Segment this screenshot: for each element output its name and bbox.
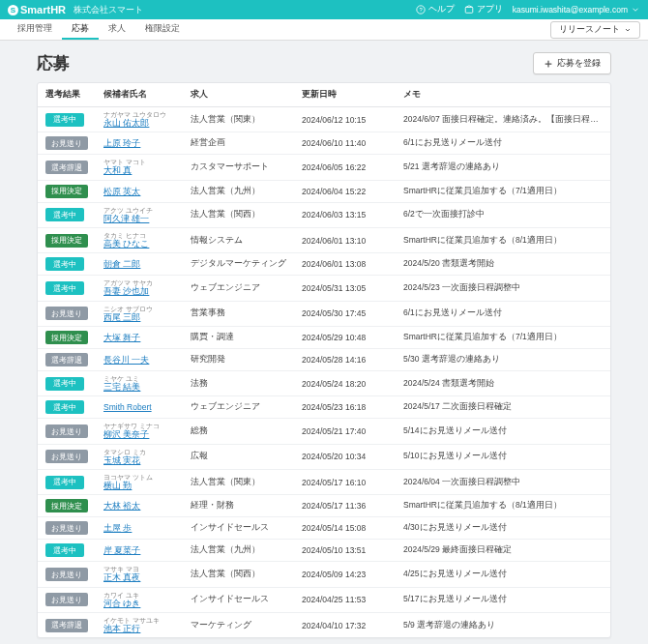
status-badge: 選考中 xyxy=(45,281,84,295)
candidate-link[interactable]: 横山 勤 xyxy=(103,482,132,490)
table-row[interactable]: 選考辞退ヤマト マコト大和 真カスタマーサポート2024/06/05 16:22… xyxy=(38,155,610,180)
table-row[interactable]: 選考辞退イケモト マサユキ池本 正行マーケティング2024/04/10 17:3… xyxy=(38,613,610,638)
job-cell: 法人営業（九州） xyxy=(183,180,294,202)
global-header: S SmartHR 株式会社スマート ? ヘルプ アプリ kasumi.iwas… xyxy=(0,0,648,19)
memo-cell: 6/1にお見送りメール送付 xyxy=(396,301,610,326)
table-row[interactable]: お見送り上原 玲子経営企画2024/06/10 11:406/1にお見送りメール… xyxy=(38,132,610,155)
candidate-link[interactable]: 柳沢 美奈子 xyxy=(103,430,149,439)
apps-link[interactable]: アプリ xyxy=(464,4,503,15)
job-cell: 総務 xyxy=(183,419,294,444)
memo-cell: SmartHRに従業員追加する（7/1適用日） xyxy=(396,180,610,202)
candidate-link[interactable]: 河合 ゆき xyxy=(103,600,140,608)
table-row[interactable]: 選考中岸 夏菜子法人営業（九州）2024/05/10 13:512024/5/2… xyxy=(38,540,610,562)
candidate-kana: タマシロ ミカ xyxy=(103,449,175,455)
candidate-link[interactable]: 上原 玲子 xyxy=(103,139,140,148)
status-badge: 選考中 xyxy=(45,400,84,414)
candidate-link[interactable]: Smith Robert xyxy=(103,403,152,412)
candidate-link[interactable]: 朝倉 二郎 xyxy=(103,260,140,269)
memo-cell: 5/21 選考辞退の連絡あり xyxy=(396,155,610,180)
candidate-link[interactable]: 大塚 舞子 xyxy=(103,334,140,342)
col-job[interactable]: 求人 xyxy=(183,83,294,107)
tab-0[interactable]: 採用管理 xyxy=(8,19,62,40)
apps-label: アプリ xyxy=(477,4,503,15)
job-cell: 法人営業（関西） xyxy=(183,562,294,587)
col-memo[interactable]: メモ xyxy=(396,83,610,107)
table-row[interactable]: 採用決定タカミ ヒナコ高美 ひなこ情報システム2024/06/01 13:10S… xyxy=(38,228,610,253)
candidate-link[interactable]: 大林 裕太 xyxy=(103,502,140,511)
svg-text:?: ? xyxy=(419,7,423,13)
candidate-link[interactable]: 正木 真夜 xyxy=(103,573,140,582)
status-badge: 採用決定 xyxy=(45,331,88,344)
candidate-link[interactable]: 永山 佑太郎 xyxy=(103,119,149,128)
tab-3[interactable]: 権限設定 xyxy=(135,19,190,40)
candidate-link[interactable]: 西尾 三郎 xyxy=(103,313,140,322)
tab-2[interactable]: 求人 xyxy=(99,19,135,40)
table-row[interactable]: お見送りマサキ マヨ正木 真夜法人営業（関西）2024/05/09 14:234… xyxy=(38,562,610,587)
memo-cell: SmartHRに従業員追加する（7/1適用日） xyxy=(396,327,610,349)
help-link[interactable]: ? ヘルプ xyxy=(416,4,455,15)
candidate-link[interactable]: 池本 正行 xyxy=(103,625,140,633)
table-row[interactable]: 選考中ヨコヤマ ツトム横山 勤法人営業（関東）2024/05/17 16:102… xyxy=(38,470,610,495)
table-row[interactable]: 選考中アガツマ サヤカ吾妻 沙也加ウェブエンジニア2024/05/31 13:0… xyxy=(38,276,610,301)
job-cell: インサイドセールス xyxy=(183,517,294,540)
updated-cell: 2024/05/23 16:18 xyxy=(294,396,396,419)
table-row[interactable]: 選考中朝倉 二郎デジタルマーケティング2024/06/01 13:082024/… xyxy=(38,253,610,276)
updated-cell: 2024/05/29 10:48 xyxy=(294,327,396,349)
table-row[interactable]: お見送りヤナギサワ ミナコ柳沢 美奈子総務2024/05/21 17:405/1… xyxy=(38,419,610,444)
updated-cell: 2024/06/01 13:10 xyxy=(294,228,396,253)
candidate-link[interactable]: 玉城 実花 xyxy=(103,456,140,465)
candidate-kana: マサキ マヨ xyxy=(103,566,175,572)
updated-cell: 2024/05/21 17:40 xyxy=(294,419,396,444)
memo-cell: 5/14にお見送りメール送付 xyxy=(396,419,610,444)
candidate-kana: ヤマト マコト xyxy=(103,159,175,165)
memo-cell: 5/17にお見送りメール送付 xyxy=(396,587,610,612)
table-row[interactable]: 選考中アクツ ユウイチ阿久津 雄一法人営業（関西）2024/06/03 13:1… xyxy=(38,202,610,227)
candidate-link[interactable]: 吾妻 沙也加 xyxy=(103,287,149,296)
job-cell: デジタルマーケティング xyxy=(183,253,294,276)
table-row[interactable]: 選考中Smith Robertウェブエンジニア2024/05/23 16:182… xyxy=(38,396,610,419)
candidate-link[interactable]: 岸 夏菜子 xyxy=(103,546,140,555)
candidate-link[interactable]: 大和 真 xyxy=(103,166,132,175)
tab-1[interactable]: 応募 xyxy=(62,19,99,40)
candidate-link[interactable]: 土屋 歩 xyxy=(103,524,132,533)
memo-cell: 2024/6/04 一次面接日程調整中 xyxy=(396,470,610,495)
table-header-row: 選考結果 候補者氏名 求人 更新日時 メモ xyxy=(38,83,610,107)
candidate-kana: ニシオ サブロウ xyxy=(103,306,175,312)
status-badge: 選考中 xyxy=(45,257,84,271)
updated-cell: 2024/05/28 14:16 xyxy=(294,349,396,371)
plus-icon xyxy=(544,59,553,69)
table-row[interactable]: お見送りニシオ サブロウ西尾 三郎営業事務2024/05/30 17:456/1… xyxy=(38,301,610,326)
memo-cell: 5/9 選考辞退の連絡あり xyxy=(396,613,610,638)
table-row[interactable]: 採用決定松原 英太法人営業（九州）2024/06/04 15:22SmartHR… xyxy=(38,180,610,202)
table-row[interactable]: 採用決定大林 裕太経理・財務2024/05/17 11:36SmartHRに従業… xyxy=(38,495,610,517)
table-row[interactable]: お見送りカワイ ユキ河合 ゆきインサイドセールス2024/04/25 11:53… xyxy=(38,587,610,612)
register-application-button[interactable]: 応募を登録 xyxy=(533,52,611,74)
table-row[interactable]: 選考辞退長谷川 一夫研究開発2024/05/28 14:165/30 選考辞退の… xyxy=(38,349,610,371)
updated-cell: 2024/05/17 11:36 xyxy=(294,495,396,517)
candidate-link[interactable]: 阿久津 雄一 xyxy=(103,215,149,223)
release-notes-button[interactable]: リリースノート xyxy=(550,21,640,39)
table-row[interactable]: 選考中ミヤケ ユミ三宅 結美法務2024/05/24 18:202024/5/2… xyxy=(38,371,610,396)
status-badge: 選考中 xyxy=(45,377,84,391)
status-badge: 選考中 xyxy=(45,543,84,557)
status-badge: 選考辞退 xyxy=(45,353,88,366)
status-badge: 選考中 xyxy=(45,476,84,489)
product-logo[interactable]: S SmartHR xyxy=(8,4,66,15)
candidate-link[interactable]: 松原 英太 xyxy=(103,188,140,196)
table-row[interactable]: お見送り土屋 歩インサイドセールス2024/05/14 15:084/30にお見… xyxy=(38,517,610,540)
help-icon: ? xyxy=(416,5,426,15)
candidate-link[interactable]: 三宅 結美 xyxy=(103,383,140,392)
col-updated[interactable]: 更新日時 xyxy=(294,83,396,107)
col-status[interactable]: 選考結果 xyxy=(38,83,96,107)
candidate-link[interactable]: 高美 ひなこ xyxy=(103,240,149,249)
table-row[interactable]: お見送りタマシロ ミカ玉城 実花広報2024/05/20 10:345/10にお… xyxy=(38,444,610,469)
user-menu[interactable]: kasumi.iwashita@example.com xyxy=(513,5,640,15)
updated-cell: 2024/05/10 13:51 xyxy=(294,540,396,562)
table-row[interactable]: 選考中ナガヤマ ユウタロウ永山 佑太郎法人営業（関東）2024/06/12 10… xyxy=(38,107,610,132)
job-cell: 営業事務 xyxy=(183,301,294,326)
table-row[interactable]: 採用決定大塚 舞子購買・調達2024/05/29 10:48SmartHRに従業… xyxy=(38,327,610,349)
candidate-link[interactable]: 長谷川 一夫 xyxy=(103,356,149,365)
status-badge: 採用決定 xyxy=(45,234,88,248)
col-candidate[interactable]: 候補者氏名 xyxy=(96,83,183,107)
applications-table: 選考結果 候補者氏名 求人 更新日時 メモ 選考中ナガヤマ ユウタロウ永山 佑太… xyxy=(37,82,611,638)
